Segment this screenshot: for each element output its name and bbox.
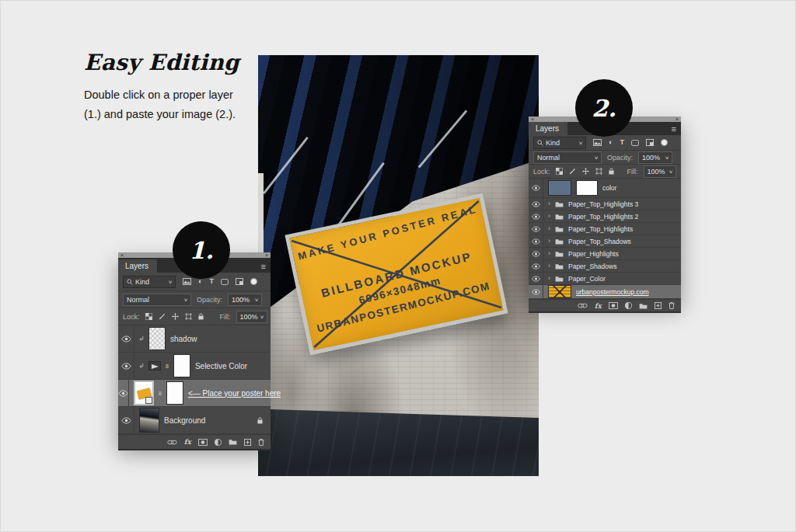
layer-name[interactable]: Paper_Top_Highlights <box>568 225 633 233</box>
new-group-icon[interactable] <box>639 303 648 309</box>
layer-row-group[interactable]: › Paper_Shadows <box>529 260 681 273</box>
layer-name[interactable]: Paper_Top_Highlights 3 <box>568 200 638 208</box>
brush-icon[interactable] <box>569 168 576 175</box>
new-layer-icon[interactable] <box>655 302 662 309</box>
layer-row-shadow[interactable]: shadow <box>118 325 271 353</box>
artboard-icon[interactable] <box>595 168 602 175</box>
type-filter-icon[interactable]: T <box>209 278 214 285</box>
brush-icon[interactable] <box>159 313 166 320</box>
shape-filter-icon[interactable] <box>221 279 229 285</box>
eye-icon[interactable] <box>532 214 540 220</box>
type-filter-icon[interactable]: T <box>620 139 624 146</box>
chevron-right-icon[interactable]: › <box>548 200 550 207</box>
layer-name[interactable]: Paper_Shadows <box>568 263 616 270</box>
layer-name[interactable]: color <box>602 184 616 192</box>
link-layers-icon[interactable] <box>578 303 588 308</box>
layer-row-color[interactable]: color <box>529 179 681 198</box>
layer-name[interactable]: <— Place your poster here <box>188 389 281 398</box>
smart-object-thumbnail[interactable] <box>134 381 154 405</box>
lock-transparency-icon[interactable] <box>145 313 152 320</box>
visibility-cell[interactable] <box>529 260 543 272</box>
visibility-cell[interactable] <box>529 248 543 259</box>
smart-object-filter-icon[interactable] <box>236 278 243 285</box>
eye-icon[interactable] <box>121 363 131 370</box>
close-icon[interactable]: × <box>120 252 124 258</box>
blend-mode-dropdown[interactable]: Normal ∨ <box>533 151 602 164</box>
visibility-cell[interactable] <box>118 407 134 433</box>
smart-object-filter-icon[interactable] <box>646 139 654 146</box>
kind-filter-dropdown[interactable]: Kind ∨ <box>123 276 176 288</box>
new-group-icon[interactable] <box>229 439 237 445</box>
eye-icon[interactable] <box>532 289 540 295</box>
layer-row-group[interactable]: › Paper_Top_Highlights 3 <box>529 198 681 210</box>
chevron-right-icon[interactable]: › <box>548 250 550 257</box>
eye-icon[interactable] <box>532 251 540 257</box>
visibility-cell[interactable] <box>529 210 543 222</box>
eye-icon[interactable] <box>532 185 540 191</box>
mask-thumbnail[interactable] <box>576 180 598 196</box>
layer-thumbnail[interactable] <box>139 408 159 433</box>
delete-layer-icon[interactable] <box>669 302 675 309</box>
layer-row-group[interactable]: › Paper_Top_Shadows <box>529 235 681 248</box>
add-mask-icon[interactable] <box>609 302 618 309</box>
opacity-field[interactable]: 100% ∨ <box>638 151 672 164</box>
new-layer-icon[interactable] <box>244 439 251 446</box>
filter-toggle-icon[interactable] <box>661 139 668 146</box>
filter-toggle-icon[interactable] <box>250 278 257 285</box>
add-mask-icon[interactable] <box>198 439 208 446</box>
visibility-cell[interactable] <box>118 325 134 352</box>
move-icon[interactable] <box>582 168 589 175</box>
eye-icon[interactable] <box>118 390 128 397</box>
eye-icon[interactable] <box>121 336 131 342</box>
eye-icon[interactable] <box>121 417 131 424</box>
visibility-cell[interactable] <box>529 285 543 298</box>
layer-style-icon[interactable]: fx <box>595 302 602 310</box>
layer-name[interactable]: urbanpostermockup.com <box>576 288 649 296</box>
fill-field[interactable]: 100% ∨ <box>236 311 267 323</box>
chevron-right-icon[interactable]: › <box>548 238 550 245</box>
layer-name[interactable]: Paper_Top_Highlights 2 <box>568 213 638 221</box>
tab-layers[interactable]: Layers <box>118 259 157 273</box>
delete-layer-icon[interactable] <box>258 439 264 446</box>
shape-filter-icon[interactable] <box>631 140 639 146</box>
close-icon[interactable]: × <box>676 116 679 122</box>
lock-transparency-icon[interactable] <box>556 168 563 175</box>
tab-layers[interactable]: Layers <box>529 122 567 135</box>
layer-row-background[interactable]: Background <box>118 407 271 434</box>
layer-row-group[interactable]: › Paper_Color <box>529 273 681 285</box>
layer-row-group[interactable]: › Paper_Top_Highlights <box>529 223 681 235</box>
visibility-cell[interactable] <box>118 380 129 406</box>
layer-row-group[interactable]: › Paper_Highlights <box>529 248 681 260</box>
layer-style-icon[interactable]: fx <box>184 438 191 446</box>
eye-icon[interactable] <box>532 238 540 245</box>
chevron-right-icon[interactable]: › <box>548 213 550 220</box>
layer-name[interactable]: Paper_Top_Shadows <box>568 238 631 245</box>
layer-name[interactable]: Selective Color <box>195 362 247 370</box>
adjustment-layer-icon[interactable] <box>625 302 632 309</box>
layer-name[interactable]: shadow <box>170 335 197 343</box>
close-icon[interactable]: × <box>531 116 534 122</box>
link-layers-icon[interactable] <box>167 440 177 445</box>
lock-icon[interactable] <box>609 168 614 175</box>
layer-row-place-poster[interactable]: 8 <— Place your poster here <box>118 380 271 407</box>
layer-row-group[interactable]: › Paper_Top_Highlights 2 <box>529 210 681 223</box>
visibility-cell[interactable] <box>529 179 543 197</box>
eye-icon[interactable] <box>532 263 540 269</box>
artboard-icon[interactable] <box>185 313 192 320</box>
layer-name[interactable]: Background <box>164 416 205 425</box>
lock-icon[interactable] <box>198 313 204 320</box>
pixel-layer-filter-icon[interactable] <box>183 278 191 285</box>
color-fill-thumbnail[interactable] <box>548 180 571 196</box>
visibility-cell[interactable] <box>529 273 543 284</box>
mask-thumbnail[interactable] <box>166 381 183 405</box>
close-icon[interactable]: × <box>265 252 268 258</box>
panel-menu-icon[interactable]: ≡ <box>667 124 681 135</box>
panel-menu-icon[interactable]: ≡ <box>257 262 271 273</box>
eye-icon[interactable] <box>532 201 540 207</box>
opacity-field[interactable]: 100% ∨ <box>228 294 262 306</box>
visibility-cell[interactable] <box>529 235 543 247</box>
layer-row-urbanpostermockup[interactable]: urbanpostermockup.com <box>529 285 681 299</box>
chevron-right-icon[interactable]: › <box>548 263 550 269</box>
kind-filter-dropdown[interactable]: Kind ∨ <box>533 137 586 149</box>
adjustment-filter-icon[interactable]: ◐ <box>609 139 613 146</box>
